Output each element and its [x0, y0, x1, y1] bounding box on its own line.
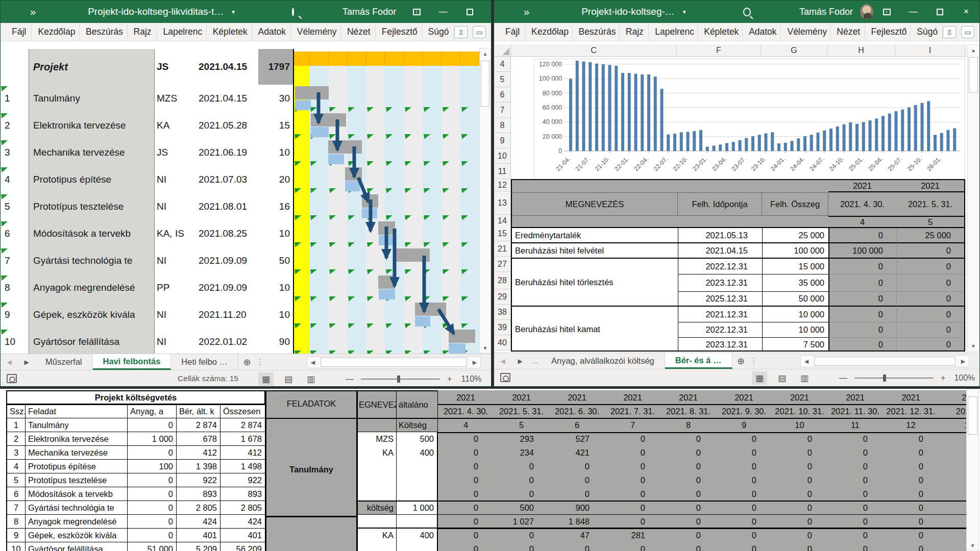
task-resp-cell[interactable]: NI	[155, 247, 199, 274]
row-header-4[interactable]: 4	[494, 57, 511, 72]
macro-record-icon[interactable]	[500, 373, 510, 382]
month-value-cell[interactable]: 0	[716, 432, 772, 446]
month-value-cell[interactable]: 0	[438, 460, 494, 473]
cell-date[interactable]: 2023.12.31	[678, 274, 762, 291]
month-value-cell[interactable]: 0	[827, 542, 883, 551]
resp-cell[interactable]	[357, 515, 397, 529]
menu-item-nézet[interactable]: Nézet	[830, 23, 865, 41]
zoom-in-button[interactable]: +	[447, 374, 452, 384]
task-name-cell[interactable]: Prototipus építése	[29, 166, 155, 193]
vertical-scrollbar[interactable]: ▲▼	[479, 48, 491, 354]
scrollbar-thumb[interactable]	[968, 396, 977, 435]
tabs-more-icon[interactable]: …	[529, 353, 541, 369]
page-break-view-icon[interactable]: ▥	[303, 372, 318, 386]
cell[interactable]	[512, 180, 828, 192]
month-value-cell[interactable]: 0	[883, 473, 939, 487]
task-date-cell[interactable]: 2021.04.15	[199, 85, 258, 112]
budget-total-cell[interactable]: 1 498	[220, 460, 265, 473]
task-date-cell[interactable]: 2021.05.28	[199, 112, 258, 139]
search-icon[interactable]	[292, 8, 294, 16]
month-value-cell[interactable]: 0	[494, 529, 549, 542]
row-header-29[interactable]: 29	[494, 289, 511, 305]
task-num-cell[interactable]: 8	[5, 274, 28, 301]
row-header-8[interactable]: 8	[494, 118, 511, 133]
cell-value[interactable]: 100 000	[828, 243, 896, 259]
month-value-cell[interactable]: 234	[494, 446, 549, 460]
month-value-cell[interactable]: 0	[549, 473, 605, 487]
cell-group-name[interactable]: Beruházási hitel kamat	[512, 307, 678, 352]
page-break-view-icon[interactable]: ▥	[797, 371, 812, 385]
month-value-cell[interactable]: 0	[827, 501, 883, 515]
task-name-cell[interactable]: Gépek, eszközök kivála	[29, 301, 155, 328]
month-value-cell[interactable]: 0	[438, 542, 494, 551]
month-value-cell[interactable]: 0	[494, 487, 549, 501]
budget-task-cell[interactable]: Anyagok megrendelésé	[26, 515, 128, 529]
sheet-tab-b-r-s-[interactable]: Bér- és á …	[665, 353, 732, 369]
liquidity-chart[interactable]: 020 00040 00060 00080 000100 000120 0002…	[534, 59, 965, 180]
cell-value[interactable]: 0	[896, 322, 964, 337]
scroll-right-icon[interactable]: ▶	[469, 357, 480, 368]
task-resp-cell[interactable]: NI	[155, 193, 199, 220]
avatar[interactable]	[860, 4, 873, 19]
cell-date[interactable]: 2021.04.15	[678, 243, 762, 259]
task-resp-cell[interactable]: JS	[155, 139, 199, 166]
resp-cell[interactable]: költség	[357, 501, 397, 515]
menu-item-fejlesztő[interactable]: Fejlesztő	[376, 23, 422, 41]
maximize-button[interactable]	[926, 1, 953, 23]
row-header-40[interactable]: 40	[494, 335, 511, 350]
cell-amount[interactable]: 50 000	[762, 291, 828, 307]
cell-month-num[interactable]: 5	[896, 216, 964, 228]
scroll-left-icon[interactable]: ◀	[801, 356, 812, 367]
task-date-cell[interactable]: 2022.01.02	[199, 328, 258, 354]
add-sheet-icon[interactable]: ⊕	[732, 353, 750, 369]
month-value-cell[interactable]: 0	[772, 432, 827, 446]
budget-wage-cell[interactable]: 2 805	[177, 501, 220, 515]
column-header-H[interactable]: H	[827, 44, 895, 56]
popout-window-button[interactable]: ↑	[873, 1, 900, 23]
menu-item-vélemény[interactable]: Vélemény	[781, 23, 830, 41]
month-value-cell[interactable]: 0	[883, 542, 939, 551]
task-name-cell[interactable]: Tanulmány	[29, 85, 155, 112]
row-header-11[interactable]: 11	[494, 164, 511, 179]
budget-total-cell[interactable]: 412	[220, 446, 265, 460]
budget-total-cell[interactable]: 424	[220, 515, 265, 529]
menu-item-fájl[interactable]: Fájl	[1, 23, 32, 41]
task-num-cell[interactable]: 4	[5, 166, 28, 193]
zoom-out-button[interactable]: —	[346, 374, 354, 384]
budget-ssz-cell[interactable]: 3	[6, 446, 26, 460]
month-value-cell[interactable]: 0	[438, 446, 494, 460]
row-header-39[interactable]: 39	[494, 320, 511, 335]
budget-material-cell[interactable]: 0	[128, 515, 177, 529]
budget-total-cell[interactable]: 2 874	[220, 418, 265, 432]
document-title[interactable]: Projekt-ido-koltseg-likviditas-t…	[88, 6, 224, 17]
budget-material-cell[interactable]: 0	[128, 501, 177, 515]
menu-item-rajz[interactable]: Rajz	[128, 23, 157, 41]
resp-cell[interactable]: MZS	[357, 432, 397, 446]
rate-cell[interactable]	[397, 460, 438, 473]
cell-value[interactable]: 25 000	[896, 228, 964, 243]
task-date-cell[interactable]: 2021.08.01	[199, 193, 258, 220]
month-value-cell[interactable]: 0	[494, 460, 549, 473]
task-resp-cell[interactable]: PP	[155, 274, 199, 301]
month-value-cell[interactable]: 0	[605, 460, 660, 473]
row-header-13[interactable]: 13	[494, 191, 511, 215]
minimize-button[interactable]: —	[900, 1, 926, 23]
cell-value[interactable]: 0	[828, 274, 896, 291]
cell-value[interactable]: 0	[896, 243, 964, 259]
column-header-F[interactable]: F	[677, 44, 761, 56]
column-header-C[interactable]: C	[511, 44, 677, 56]
month-value-cell[interactable]: 0	[883, 432, 939, 446]
zoom-slider[interactable]	[854, 378, 934, 379]
month-value-cell[interactable]: 421	[549, 446, 605, 460]
budget-ssz-cell[interactable]: 6	[6, 487, 26, 501]
task-name-cell[interactable]: Módosítások a tervekb	[29, 220, 155, 247]
task-header-name[interactable]: Projekt	[29, 49, 155, 85]
task-num-cell[interactable]: 1	[5, 85, 28, 112]
month-value-cell[interactable]: 0	[494, 542, 549, 551]
task-name-cell[interactable]: Elektronika tervezése	[29, 112, 155, 139]
tabs-scroll-right-icon[interactable]: ▶	[511, 353, 529, 369]
month-value-cell[interactable]: 281	[605, 529, 660, 542]
tabs-scroll-left-icon[interactable]: ◀	[494, 353, 511, 369]
popout-window-button[interactable]: ↑	[403, 1, 430, 23]
task-days-cell[interactable]: 20	[258, 166, 294, 193]
